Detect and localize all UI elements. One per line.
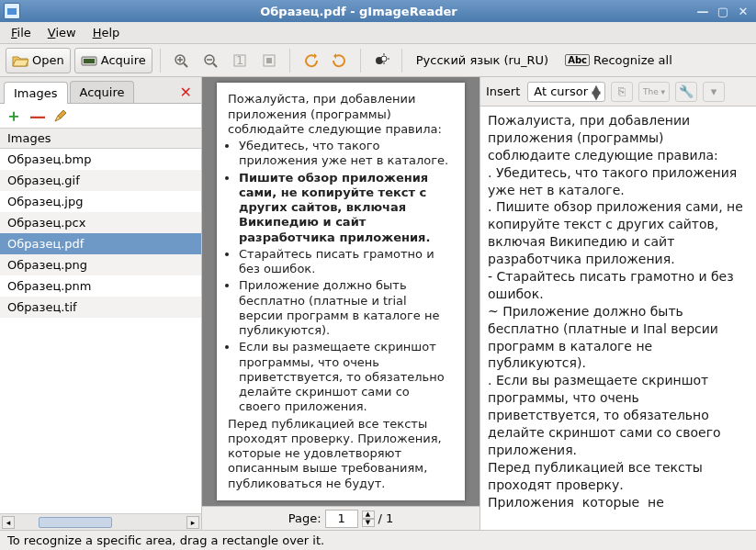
file-row[interactable]: Образец.jpg <box>0 191 201 212</box>
status-bar: To recognize a specific area, drag a rec… <box>0 530 756 550</box>
separator <box>160 49 161 73</box>
tab-acquire[interactable]: Acquire <box>70 81 135 103</box>
svg-rect-1 <box>84 59 95 63</box>
file-row[interactable]: Образец.pcx <box>0 212 201 233</box>
doc-bullet: Старайтесь писать грамотно и без ошибок. <box>239 247 454 277</box>
pager: Page: ▲▼ / 1 <box>202 506 480 530</box>
add-image-button[interactable]: ＋ <box>6 105 22 127</box>
output-toolbar: Insert At cursor ▲▼ ⎘ The ▾ 🔧 ▾ <box>480 77 756 107</box>
rotate-left-button[interactable] <box>298 48 323 73</box>
file-row[interactable]: Образец.tif <box>0 297 201 318</box>
brightness-button[interactable] <box>368 48 394 73</box>
app-icon <box>4 3 20 19</box>
clear-list-button[interactable] <box>53 108 68 123</box>
acquire-label: Acquire <box>101 53 146 67</box>
recognize-all-label: Recognize all <box>593 53 672 67</box>
abc-icon: Abc <box>565 54 590 66</box>
menu-help[interactable]: Help <box>87 24 126 41</box>
svg-point-9 <box>381 56 387 62</box>
doc-bullet: Если вы размещаете скриншот программы, ч… <box>239 340 454 414</box>
svg-text:1: 1 <box>236 53 243 67</box>
rotate-right-button[interactable] <box>327 48 353 73</box>
insert-mode-combo[interactable]: At cursor ▲▼ <box>527 82 605 102</box>
client-area: Images Acquire ✕ ＋ — Images Образец.bmpО… <box>0 77 756 530</box>
tab-images[interactable]: Images <box>4 82 68 104</box>
page-canvas[interactable]: Пожалуйста, при добавлении приложения (п… <box>202 77 480 506</box>
file-list[interactable]: Образец.bmpОбразец.gifОбразец.jpgОбразец… <box>0 149 201 513</box>
spin-up[interactable]: ▲ <box>362 511 375 519</box>
scroll-left-button[interactable]: ◂ <box>2 516 15 529</box>
output-text[interactable]: Пожалуиста, при добавлении приложения (п… <box>480 107 756 530</box>
zoom-out-button[interactable] <box>197 48 223 73</box>
main-toolbar: Open Acquire 1 Русский язык (ru_RU) Abc … <box>0 44 756 77</box>
minimize-button[interactable]: — <box>694 3 712 19</box>
file-row[interactable]: Образец.gif <box>0 170 201 191</box>
menu-view[interactable]: View <box>42 24 82 41</box>
broom-icon <box>53 108 68 123</box>
doc-bullet: Пишите обзор приложения сами, не копируй… <box>239 171 454 245</box>
zoom-fit-button[interactable] <box>256 48 282 73</box>
zoom-1-1-icon: 1 <box>232 53 247 68</box>
output-tool-1[interactable]: ⎘ <box>611 82 633 102</box>
zoom-out-icon <box>203 53 218 68</box>
titlebar: Образец.pdf - gImageReader — ▢ ✕ <box>0 0 756 22</box>
page-viewer: Пожалуйста, при добавлении приложения (п… <box>202 77 480 530</box>
open-label: Open <box>32 53 64 67</box>
open-button[interactable]: Open <box>6 48 71 73</box>
close-panel-button[interactable]: ✕ <box>176 82 196 103</box>
page-number-input[interactable] <box>325 510 358 528</box>
doc-intro: Пожалуйста, при добавлении приложения (п… <box>228 92 454 137</box>
insert-mode-value: At cursor <box>534 84 588 98</box>
language-selector[interactable]: Русский язык (ru_RU) <box>410 48 555 73</box>
maximize-button[interactable]: ▢ <box>714 3 732 19</box>
rotate-left-icon <box>302 52 319 69</box>
acquire-button[interactable]: Acquire <box>74 48 152 73</box>
scroll-right-button[interactable]: ▸ <box>186 516 199 529</box>
recognize-all-button[interactable]: Abc Recognize all <box>559 48 679 73</box>
rendered-page: Пожалуйста, при добавлении приложения (п… <box>217 83 465 500</box>
scroll-thumb[interactable] <box>39 517 112 528</box>
file-row[interactable]: Образец.bmp <box>0 149 201 170</box>
pager-label: Page: <box>288 511 322 525</box>
output-panel: Insert At cursor ▲▼ ⎘ The ▾ 🔧 ▾ Пожалуис… <box>480 77 756 530</box>
doc-bullet: Приложение должно быть бесплатно (платны… <box>239 278 454 338</box>
file-row[interactable]: Образец.pnm <box>0 275 201 297</box>
sidebar-tabs: Images Acquire ✕ <box>0 77 201 103</box>
language-label: Русский язык (ru_RU) <box>416 53 548 67</box>
menubar: File View Help <box>0 22 756 44</box>
status-text: To recognize a specific area, drag a rec… <box>7 533 324 547</box>
separator <box>401 49 402 73</box>
scanner-icon <box>81 53 97 68</box>
menu-file[interactable]: File <box>6 24 37 41</box>
output-tool-2[interactable]: The ▾ <box>638 82 670 102</box>
page-spinner[interactable]: ▲▼ <box>362 511 375 527</box>
zoom-in-icon <box>174 53 188 68</box>
doc-bullet: Убедитесь, что такого приложения уже нет… <box>239 139 454 169</box>
sidebar-heading: Images <box>0 129 201 149</box>
separator <box>289 49 290 73</box>
svg-rect-7 <box>266 58 272 63</box>
brightness-icon <box>373 52 389 69</box>
zoom-in-button[interactable] <box>168 48 194 73</box>
output-tool-3[interactable]: 🔧 <box>675 82 697 102</box>
window-title: Образец.pdf - gImageReader <box>26 5 692 18</box>
separator <box>360 49 361 73</box>
combo-caret-icon: ▲▼ <box>592 85 601 98</box>
spin-down[interactable]: ▼ <box>362 519 375 527</box>
rotate-right-icon <box>332 52 348 69</box>
doc-outro: Перед публикацией все тексты проходят пр… <box>228 417 454 491</box>
zoom-actual-button[interactable]: 1 <box>227 48 253 73</box>
insert-label: Insert <box>486 84 522 98</box>
file-row[interactable]: Образец.pdf <box>0 233 201 254</box>
output-tool-dropdown[interactable]: ▾ <box>703 82 725 102</box>
remove-image-button[interactable]: — <box>29 107 46 126</box>
zoom-fit-icon <box>262 53 276 68</box>
file-row[interactable]: Образец.png <box>0 254 201 275</box>
h-scrollbar[interactable]: ◂ ▸ <box>0 513 201 530</box>
sidebar-toolbar: ＋ — <box>0 103 201 129</box>
sidebar: Images Acquire ✕ ＋ — Images Образец.bmpО… <box>0 77 202 530</box>
close-window-button[interactable]: ✕ <box>734 3 752 19</box>
folder-open-icon <box>12 53 28 68</box>
pager-total: / 1 <box>378 511 394 525</box>
